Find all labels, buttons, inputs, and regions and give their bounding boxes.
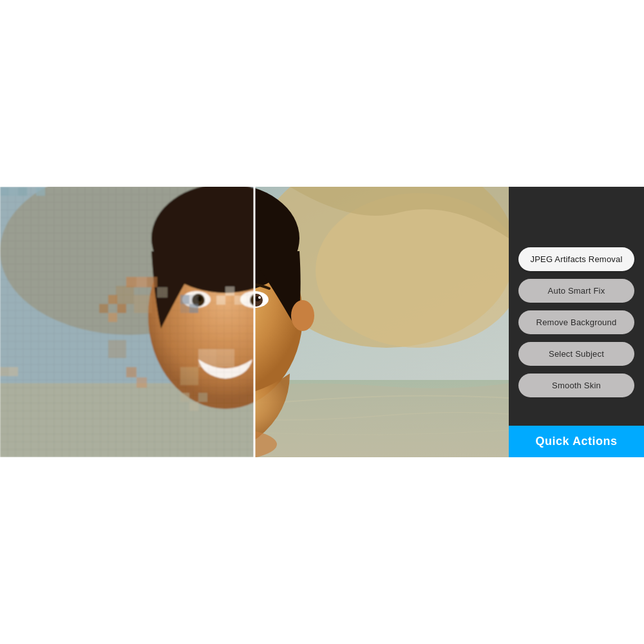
image-area [0, 187, 509, 457]
svg-rect-61 [180, 295, 198, 313]
svg-rect-52 [108, 313, 117, 322]
svg-rect-40 [9, 367, 18, 376]
smooth-skin-button[interactable]: Smooth Skin [518, 374, 634, 397]
svg-rect-46 [137, 377, 147, 388]
svg-rect-63 [198, 349, 216, 367]
jpeg-artifacts-button[interactable]: JPEG Artifacts Removal [518, 247, 634, 271]
svg-rect-35 [0, 187, 9, 196]
svg-rect-59 [116, 286, 134, 304]
svg-rect-50 [108, 295, 117, 304]
svg-point-10 [291, 300, 314, 331]
svg-rect-34 [0, 187, 254, 457]
svg-rect-62 [108, 340, 126, 358]
svg-rect-42 [137, 277, 147, 287]
svg-rect-53 [99, 304, 108, 313]
svg-rect-44 [157, 287, 167, 298]
svg-rect-43 [147, 277, 157, 287]
auto-smart-fix-button[interactable]: Auto Smart Fix [518, 279, 634, 303]
svg-rect-57 [216, 296, 225, 305]
svg-rect-47 [180, 393, 189, 402]
svg-rect-60 [134, 295, 152, 313]
select-subject-button[interactable]: Select Subject [518, 342, 634, 366]
svg-rect-37 [18, 187, 27, 196]
photo-scene [0, 187, 509, 457]
dark-panel: JPEG Artifacts Removal Auto Smart Fix Re… [509, 187, 644, 457]
svg-rect-45 [126, 367, 137, 377]
svg-rect-39 [0, 367, 9, 376]
svg-rect-56 [225, 287, 234, 296]
svg-rect-41 [126, 277, 137, 287]
svg-rect-48 [189, 402, 198, 411]
remove-background-button[interactable]: Remove Background [518, 310, 634, 334]
svg-rect-38 [36, 187, 45, 196]
quick-actions-tab[interactable]: Quick Actions [509, 426, 644, 457]
svg-rect-49 [198, 393, 207, 402]
svg-rect-64 [216, 349, 234, 367]
main-container: JPEG Artifacts Removal Auto Smart Fix Re… [0, 187, 644, 457]
svg-rect-36 [9, 187, 18, 196]
svg-rect-65 [180, 367, 198, 385]
svg-point-19 [258, 296, 261, 299]
svg-rect-58 [234, 296, 243, 305]
svg-rect-51 [117, 304, 126, 313]
